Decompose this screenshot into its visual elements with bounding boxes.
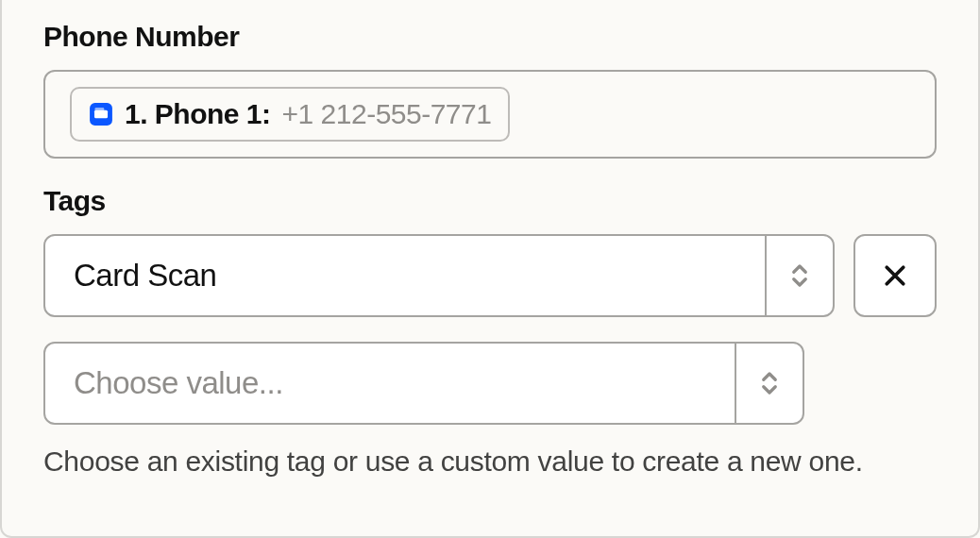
add-tag-select[interactable]: Choose value... — [43, 342, 804, 425]
chevron-up-down-icon — [755, 369, 784, 397]
phone-number-input[interactable]: 1. Phone 1: +1 212-555-7771 — [43, 70, 937, 159]
tag-select-toggle[interactable] — [765, 236, 833, 315]
add-tag-placeholder: Choose value... — [45, 344, 735, 423]
phone-mapping-token[interactable]: 1. Phone 1: +1 212-555-7771 — [70, 87, 510, 142]
chevron-up-down-icon — [786, 261, 814, 290]
tag-select[interactable]: Card Scan — [43, 234, 835, 317]
phone-number-label: Phone Number — [43, 21, 937, 53]
tag-selected-value: Card Scan — [45, 236, 765, 315]
add-tag-select-toggle[interactable] — [735, 344, 803, 423]
tags-label: Tags — [43, 185, 937, 217]
svg-rect-2 — [95, 108, 105, 114]
remove-tag-button[interactable] — [853, 234, 937, 317]
app-icon — [89, 102, 113, 126]
form-panel: Phone Number 1. Phone 1: +1 212-555-7771… — [0, 0, 980, 538]
tags-hint: Choose an existing tag or use a custom v… — [43, 446, 937, 478]
phone-token-value: +1 212-555-7771 — [282, 98, 492, 130]
close-icon — [881, 261, 909, 290]
phone-token-text: 1. Phone 1: — [125, 98, 271, 130]
